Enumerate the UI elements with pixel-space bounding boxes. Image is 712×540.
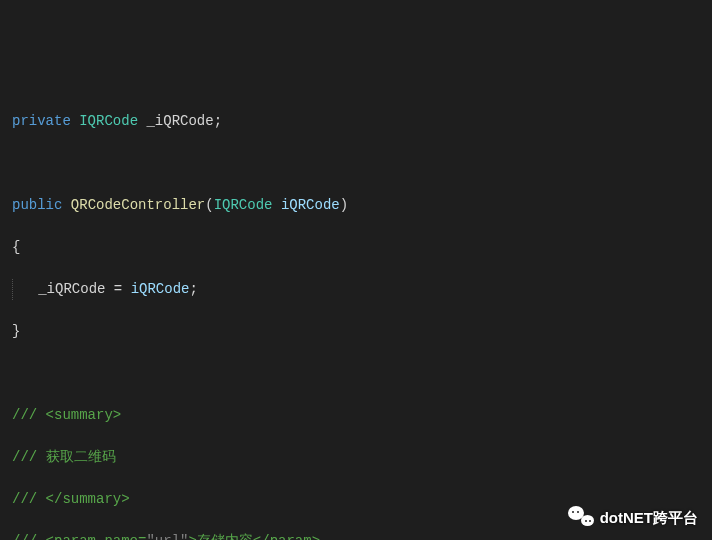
code-editor[interactable]: private IQRCode _iQRCode; public QRCodeC… [0, 84, 712, 540]
code-line: public QRCodeController(IQRCode iQRCode) [12, 195, 712, 216]
code-line: /// <summary> [12, 405, 712, 426]
code-line: } [12, 321, 712, 342]
code-line: /// <param name="url">存储内容</param> [12, 531, 712, 540]
code-line: { [12, 237, 712, 258]
watermark: dotNET跨平台 [568, 506, 698, 528]
watermark-text: dotNET跨平台 [600, 507, 698, 528]
code-line [12, 153, 712, 174]
wechat-icon [568, 506, 594, 528]
code-line: _iQRCode = iQRCode; [12, 279, 712, 300]
code-line [12, 363, 712, 384]
code-line: private IQRCode _iQRCode; [12, 111, 712, 132]
code-line: /// 获取二维码 [12, 447, 712, 468]
